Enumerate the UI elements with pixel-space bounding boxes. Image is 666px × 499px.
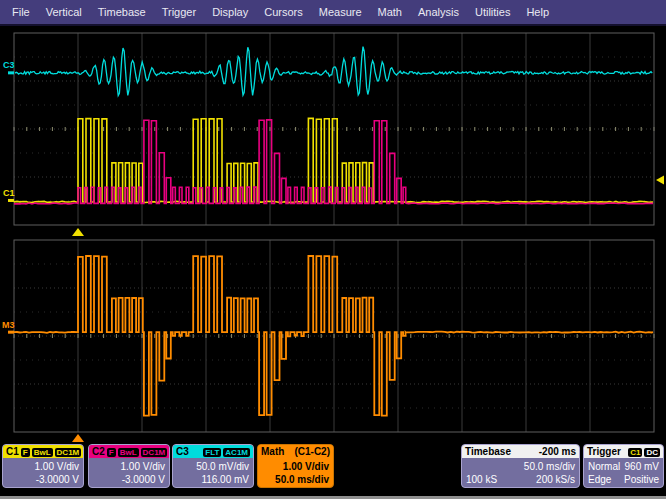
trigger-badges: C1DC — [626, 446, 660, 458]
badge-f: F — [107, 448, 116, 457]
c2-scale: 1.00 V/div — [93, 460, 165, 473]
badge-ac1m: AC1M — [223, 448, 250, 457]
trigger-level-marker[interactable] — [656, 175, 664, 184]
c2-badges: FBwLDC1M — [105, 446, 167, 458]
timebase-descriptor[interactable]: Timebase -200 ms 50.0 ms/div 100 kS 200 … — [461, 444, 580, 488]
c3-offset: 116.00 mV — [177, 473, 249, 486]
timebase-offset: -200 ms — [539, 446, 576, 457]
channel-descriptor-c2[interactable]: C2 FBwLDC1M 1.00 V/div -3.0000 V — [88, 444, 170, 488]
c3-scale: 50.0 mV/div — [177, 460, 249, 473]
trigger-position-marker[interactable] — [72, 228, 84, 236]
timebase-samples: 100 kS — [466, 473, 497, 486]
c1-offset: -3.0000 V — [7, 473, 79, 486]
math-title: Math — [261, 446, 284, 457]
badge-dc1m: DC1M — [55, 448, 82, 457]
c3-title: C3 — [176, 446, 189, 457]
c2-header: C2 FBwLDC1M — [89, 445, 169, 458]
timebase-header: Timebase -200 ms — [462, 445, 579, 458]
math-timebase: 50.0 ms/div — [262, 473, 329, 486]
math-header: Math (C1-C2) — [258, 445, 333, 458]
waveform-display — [0, 0, 666, 499]
channel-descriptor-c3[interactable]: C3 FLTAC1M 50.0 mV/div 116.00 mV — [172, 444, 254, 488]
badge-c1: C1 — [628, 448, 642, 457]
trigger-slope: Positive — [624, 473, 659, 486]
m3-zero-indicator[interactable] — [8, 331, 14, 334]
c2-offset: -3.0000 V — [93, 473, 165, 486]
trigger-mode: Normal — [588, 460, 620, 473]
timebase-title: Timebase — [465, 446, 511, 457]
timebase-scale: 50.0 ms/div — [466, 460, 575, 473]
c1-zero-indicator[interactable] — [8, 199, 14, 202]
badge-bwl: BwL — [32, 448, 53, 457]
badge-f: F — [21, 448, 30, 457]
c1-scale: 1.00 V/div — [7, 460, 79, 473]
badge-flt: FLT — [203, 448, 221, 457]
c1-title: C1 — [6, 446, 19, 457]
trace-label-c3[interactable]: C3 — [3, 61, 15, 70]
trigger-title: Trigger — [587, 446, 621, 457]
trigger-type: Edge — [588, 473, 611, 486]
trigger-descriptor[interactable]: Trigger C1DC Normal 960 mV Edge Positive — [583, 444, 664, 488]
c3-zero-indicator[interactable] — [8, 71, 14, 74]
c3-header: C3 FLTAC1M — [173, 445, 253, 458]
trigger-header: Trigger C1DC — [584, 445, 663, 458]
trace-label-c1[interactable]: C1 — [3, 189, 15, 198]
c1-header: C1 FBwLDC1M — [3, 445, 83, 458]
c1-badges: FBwLDC1M — [19, 446, 81, 458]
math-position-marker[interactable] — [72, 434, 84, 442]
math-descriptor[interactable]: Math (C1-C2) 1.00 V/div 50.0 ms/div — [257, 444, 334, 488]
screen: FileVerticalTimebaseTriggerDisplayCursor… — [0, 0, 666, 499]
c3-badges: FLTAC1M — [201, 446, 250, 458]
badge-dc: DC — [644, 448, 660, 457]
badge-dc1m: DC1M — [141, 448, 168, 457]
c2-title: C2 — [92, 446, 105, 457]
math-formula: (C1-C2) — [294, 446, 330, 457]
badge-bwl: BwL — [118, 448, 139, 457]
trace-label-m3[interactable]: M3 — [2, 321, 15, 330]
channel-descriptor-c1[interactable]: C1 FBwLDC1M 1.00 V/div -3.0000 V — [2, 444, 84, 488]
timebase-rate: 200 kS/s — [536, 473, 575, 486]
math-scale: 1.00 V/div — [262, 460, 329, 473]
trigger-level: 960 mV — [625, 460, 659, 473]
